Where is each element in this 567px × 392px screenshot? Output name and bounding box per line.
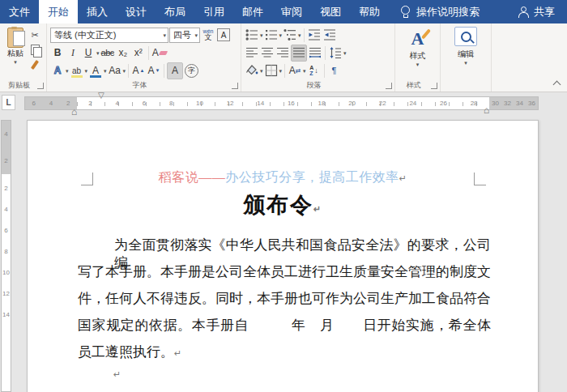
document-page[interactable]: 稻客说——办公技巧分享，提高工作效率↵ 颁布令↵ 为全面贯彻落实《中华人民共和国… bbox=[27, 120, 539, 392]
chevron-down-icon[interactable]: ▾ bbox=[260, 68, 263, 74]
tab-file[interactable]: 文件 bbox=[0, 0, 39, 23]
align-center-button[interactable] bbox=[260, 45, 275, 61]
highlight-color-button[interactable]: ab bbox=[70, 63, 84, 79]
tab-mailings[interactable]: 邮件 bbox=[233, 0, 272, 23]
header-red-text: 稻客说—— bbox=[159, 170, 226, 184]
tab-design[interactable]: 设计 bbox=[117, 0, 156, 23]
align-left-button[interactable] bbox=[245, 45, 259, 61]
right-indent-marker[interactable]: ⌂ bbox=[484, 105, 489, 115]
tab-layout[interactable]: 布局 bbox=[156, 0, 194, 23]
decrease-indent-button[interactable] bbox=[307, 28, 322, 43]
collapse-ribbon-button[interactable] bbox=[553, 81, 561, 89]
align-right-icon bbox=[276, 46, 289, 59]
borders-button[interactable] bbox=[264, 63, 279, 79]
shading-button[interactable] bbox=[245, 63, 259, 79]
share-button[interactable]: 共享 bbox=[518, 0, 567, 23]
cut-button[interactable]: ✂ bbox=[28, 28, 42, 42]
character-scaling-button[interactable]: A ⇄ bbox=[288, 63, 302, 79]
bold-button[interactable]: B bbox=[50, 45, 65, 61]
editing-menu-button[interactable]: 编辑 ▾ bbox=[454, 23, 477, 66]
body-line-text: 员工遵照执行。 bbox=[78, 344, 174, 360]
first-line-indent-marker[interactable]: ▽ bbox=[98, 92, 104, 100]
ruler-label: 14 bbox=[2, 311, 10, 318]
grow-font-button[interactable]: A ▲ bbox=[131, 63, 146, 79]
tab-references[interactable]: 引用 bbox=[194, 0, 233, 23]
clipboard-group-label: 剪贴板 bbox=[0, 80, 38, 91]
chevron-down-icon[interactable]: ▾ bbox=[298, 32, 301, 38]
font-size-select[interactable]: 四号 ▾ bbox=[169, 28, 200, 43]
character-border-icon: A bbox=[217, 28, 230, 41]
chevron-down-icon[interactable]: ▾ bbox=[66, 68, 69, 74]
ribbon-empty-area bbox=[492, 23, 567, 92]
styles-group-label: 样式 bbox=[395, 80, 432, 91]
font-dialog-launcher[interactable] bbox=[232, 83, 238, 89]
body-line[interactable]: 写了本手册。本手册是公司全体员工进行卫生质量安全管理的制度文 bbox=[78, 263, 491, 281]
character-border-button[interactable]: A bbox=[216, 28, 231, 43]
justify-button[interactable] bbox=[291, 45, 307, 62]
chevron-down-icon[interactable]: ▾ bbox=[104, 68, 107, 74]
tab-home[interactable]: 开始 bbox=[39, 0, 78, 23]
clipboard-dialog-launcher[interactable] bbox=[37, 83, 44, 89]
styles-dialog-launcher[interactable] bbox=[431, 83, 437, 89]
header-line[interactable]: 稻客说——办公技巧分享，提高工作效率↵ bbox=[28, 169, 538, 186]
enclose-characters-button[interactable]: 字 bbox=[184, 63, 199, 79]
ruler-label: 10 bbox=[2, 269, 10, 276]
pinyin-guide-button[interactable]: wén 文 bbox=[201, 28, 215, 43]
enclose-characters-icon: 字 bbox=[185, 64, 198, 78]
multilevel-list-button[interactable] bbox=[283, 28, 297, 43]
body-line[interactable]: 件，任何人不得违反。同时，本手册也可作为公司生产加工食品符合 bbox=[78, 290, 491, 308]
increase-indent-button[interactable] bbox=[322, 28, 337, 43]
paste-button[interactable]: 粘贴 ▾ bbox=[3, 26, 28, 81]
tell-me-search[interactable]: 操作说明搜索 bbox=[400, 0, 480, 23]
ruler-label: 22 bbox=[379, 100, 386, 107]
chevron-down-icon[interactable]: ▾ bbox=[85, 68, 88, 74]
tab-insert[interactable]: 插入 bbox=[78, 0, 117, 23]
line-spacing-button[interactable] bbox=[328, 45, 343, 61]
tab-help[interactable]: 帮助 bbox=[350, 0, 389, 23]
character-shading-button[interactable]: A bbox=[167, 62, 183, 79]
chevron-down-icon[interactable]: ▾ bbox=[279, 68, 283, 74]
ruler-label: 8 bbox=[4, 248, 7, 255]
format-painter-button[interactable] bbox=[28, 58, 42, 71]
tab-stop-selector[interactable]: L bbox=[2, 95, 15, 110]
copy-button[interactable] bbox=[28, 43, 42, 57]
shrink-font-button[interactable]: A ▼ bbox=[147, 63, 161, 79]
chevron-down-icon[interactable]: ▾ bbox=[343, 50, 347, 56]
tab-review[interactable]: 审阅 bbox=[272, 0, 311, 23]
font-name-select[interactable]: 等线 (中文正文) ▾ bbox=[50, 28, 168, 43]
left-indent-marker[interactable]: ⌂ bbox=[71, 107, 77, 117]
body-line[interactable]: 国家规定的依据。本手册自 年 月 日开始实施，希全体 bbox=[78, 317, 491, 334]
chevron-down-icon[interactable]: ▾ bbox=[123, 68, 126, 74]
subscript-button[interactable]: x₂ bbox=[116, 45, 130, 61]
paragraph-dialog-launcher[interactable] bbox=[386, 83, 392, 89]
copy-icon bbox=[31, 45, 40, 55]
distributed-button[interactable] bbox=[308, 45, 322, 61]
change-case-button[interactable]: Aa bbox=[108, 63, 122, 79]
italic-button[interactable]: I bbox=[66, 45, 80, 61]
vertical-ruler[interactable]: 42 2468101214 bbox=[1, 120, 11, 392]
paste-label: 粘贴 bbox=[7, 48, 23, 59]
strikethrough-button[interactable]: abc bbox=[100, 45, 115, 61]
underline-button[interactable]: U bbox=[81, 45, 96, 61]
superscript-button[interactable]: x² bbox=[131, 45, 146, 61]
styles-gallery-button[interactable]: A 样式 ▾ bbox=[410, 26, 426, 67]
ruler-label: 32 bbox=[504, 100, 511, 107]
chevron-down-icon[interactable]: ▾ bbox=[303, 68, 306, 74]
clear-formatting-button[interactable]: A bbox=[151, 45, 168, 61]
text-effects-button[interactable]: A bbox=[50, 63, 65, 79]
ruler-label: 6 bbox=[4, 227, 7, 234]
bullets-button[interactable] bbox=[245, 28, 259, 43]
align-right-button[interactable] bbox=[275, 45, 290, 61]
numbering-button[interactable] bbox=[264, 28, 279, 43]
tab-view[interactable]: 视图 bbox=[311, 0, 350, 23]
show-marks-button[interactable]: ¶ bbox=[327, 63, 342, 79]
font-color-button[interactable]: A bbox=[88, 63, 103, 79]
sort-button[interactable]: A Z ↓ bbox=[307, 63, 322, 79]
justify-icon bbox=[292, 46, 305, 59]
chevron-down-icon[interactable]: ▾ bbox=[279, 32, 283, 38]
chevron-down-icon[interactable]: ▾ bbox=[96, 50, 100, 56]
doc-title[interactable]: 颁布令↵ bbox=[28, 190, 538, 219]
ruler-label: 28 bbox=[471, 100, 478, 107]
chevron-down-icon[interactable]: ▾ bbox=[260, 32, 263, 38]
body-line[interactable]: 员工遵照执行。↵ bbox=[78, 343, 491, 362]
